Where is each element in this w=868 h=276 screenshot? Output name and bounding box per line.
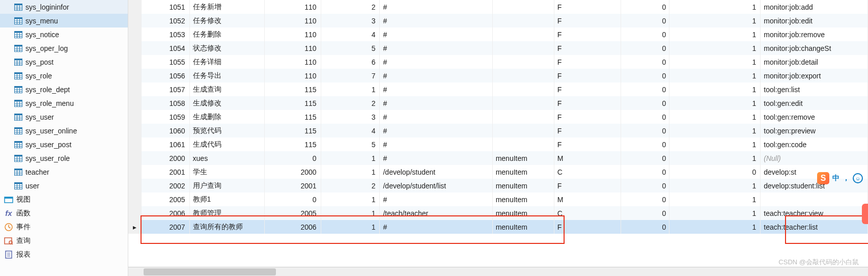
cell-visible[interactable]: 0 xyxy=(621,124,669,137)
table-row[interactable]: 1057生成查询1151#F01tool:gen:list xyxy=(128,82,868,96)
table-item-sys_menu[interactable]: sys_menu xyxy=(0,14,128,27)
cell-name[interactable]: 状态修改 xyxy=(189,41,264,55)
cell-target[interactable] xyxy=(492,96,554,110)
cell-url[interactable]: /develop/student/list xyxy=(380,179,492,192)
table-row[interactable]: 1059生成删除1153#F01tool:gen:remove xyxy=(128,110,868,124)
ime-lang-toggle[interactable]: 中 xyxy=(832,174,839,183)
cell-parent[interactable]: 110 xyxy=(265,27,321,41)
cell-perm[interactable]: teach:teacher:view xyxy=(761,206,868,220)
cell-refresh[interactable]: 1 xyxy=(669,220,761,234)
row-marker[interactable] xyxy=(128,137,141,151)
cell-id[interactable]: 1054 xyxy=(141,41,189,55)
cell-order[interactable]: 3 xyxy=(321,14,380,27)
cell-url[interactable]: # xyxy=(380,137,492,151)
cell-refresh[interactable]: 1 xyxy=(669,96,761,110)
table-row[interactable]: 2000xues01#menuItemM01(Null) xyxy=(128,151,868,165)
cell-id[interactable]: 1060 xyxy=(141,124,189,137)
cell-name[interactable]: 生成修改 xyxy=(189,96,264,110)
cell-order[interactable]: 2 xyxy=(321,96,380,110)
cell-refresh[interactable]: 1 xyxy=(669,110,761,124)
cell-order[interactable]: 2 xyxy=(321,179,380,192)
cell-perm[interactable]: monitor:job:detail xyxy=(761,55,868,69)
table-item-sys_user_post[interactable]: sys_user_post xyxy=(0,137,128,151)
cell-perm[interactable]: monitor:job:changeSt xyxy=(761,41,868,55)
table-row[interactable]: 1052任务修改1103#F01monitor:job:edit xyxy=(128,14,868,27)
cell-parent[interactable]: 110 xyxy=(265,14,321,27)
table-row[interactable]: ▸2007查询所有的教师20061#menuItemF01teach:teach… xyxy=(128,220,868,234)
category-events[interactable]: 事件 xyxy=(0,220,128,234)
cell-parent[interactable]: 110 xyxy=(265,55,321,69)
cell-url[interactable]: # xyxy=(380,151,492,165)
row-marker[interactable] xyxy=(128,179,141,192)
cell-order[interactable]: 4 xyxy=(321,124,380,137)
cell-type[interactable]: F xyxy=(554,69,621,82)
table-row[interactable]: 1056任务导出1107#F01monitor:job:export xyxy=(128,69,868,82)
cell-url[interactable]: # xyxy=(380,14,492,27)
cell-url[interactable]: # xyxy=(380,220,492,234)
table-item-sys_oper_log[interactable]: sys_oper_log xyxy=(0,41,128,55)
ime-toolbar[interactable]: S 中 ， ☺ xyxy=(817,172,863,184)
table-item-sys_role[interactable]: sys_role xyxy=(0,69,128,82)
cell-type[interactable]: M xyxy=(554,192,621,206)
cell-order[interactable]: 3 xyxy=(321,110,380,124)
cell-target[interactable]: menuItem xyxy=(492,151,554,165)
cell-parent[interactable]: 2005 xyxy=(265,206,321,220)
cell-type[interactable]: M xyxy=(554,151,621,165)
cell-refresh[interactable]: 1 xyxy=(669,179,761,192)
table-item-sys_logininfor[interactable]: sys_logininfor xyxy=(0,0,128,14)
cell-url[interactable]: # xyxy=(380,55,492,69)
cell-name[interactable]: 教师1 xyxy=(189,192,264,206)
cell-url[interactable]: /develop/student xyxy=(380,165,492,179)
row-marker[interactable] xyxy=(128,41,141,55)
row-marker[interactable] xyxy=(128,27,141,41)
cell-target[interactable]: menuItem xyxy=(492,165,554,179)
cell-target[interactable] xyxy=(492,14,554,27)
cell-visible[interactable]: 0 xyxy=(621,0,669,14)
cell-parent[interactable]: 2001 xyxy=(265,179,321,192)
cell-parent[interactable]: 115 xyxy=(265,124,321,137)
cell-order[interactable]: 1 xyxy=(321,165,380,179)
cell-type[interactable]: C xyxy=(554,206,621,220)
cell-order[interactable]: 5 xyxy=(321,137,380,151)
cell-perm[interactable]: tool:gen:code xyxy=(761,137,868,151)
table-row[interactable]: 1051任务新增1102#F01monitor:job:add xyxy=(128,0,868,14)
cell-visible[interactable]: 0 xyxy=(621,179,669,192)
row-marker[interactable] xyxy=(128,165,141,179)
cell-type[interactable]: F xyxy=(554,110,621,124)
cell-parent[interactable]: 115 xyxy=(265,82,321,96)
cell-order[interactable]: 1 xyxy=(321,220,380,234)
cell-parent[interactable]: 0 xyxy=(265,151,321,165)
cell-parent[interactable]: 115 xyxy=(265,110,321,124)
cell-type[interactable]: C xyxy=(554,165,621,179)
cell-perm[interactable]: monitor:job:edit xyxy=(761,14,868,27)
cell-url[interactable]: # xyxy=(380,110,492,124)
cell-order[interactable]: 2 xyxy=(321,0,380,14)
cell-target[interactable] xyxy=(492,124,554,137)
cell-url[interactable]: # xyxy=(380,27,492,41)
cell-name[interactable]: 用户查询 xyxy=(189,179,264,192)
cell-refresh[interactable]: 1 xyxy=(669,82,761,96)
cell-target[interactable] xyxy=(492,0,554,14)
cell-url[interactable]: # xyxy=(380,124,492,137)
cell-refresh[interactable]: 1 xyxy=(669,124,761,137)
cell-target[interactable] xyxy=(492,82,554,96)
cell-perm[interactable]: teach:teacher:list xyxy=(761,220,868,234)
cell-url[interactable]: # xyxy=(380,69,492,82)
cell-url[interactable]: # xyxy=(380,82,492,96)
row-marker[interactable] xyxy=(128,0,141,14)
row-marker[interactable] xyxy=(128,14,141,27)
table-row[interactable]: 2005教师101#menuItemM01 xyxy=(128,192,868,206)
row-marker[interactable] xyxy=(128,192,141,206)
cell-id[interactable]: 1058 xyxy=(141,96,189,110)
table-item-sys_notice[interactable]: sys_notice xyxy=(0,27,128,41)
cell-name[interactable]: 教师管理 xyxy=(189,206,264,220)
cell-parent[interactable]: 115 xyxy=(265,137,321,151)
cell-name[interactable]: 任务修改 xyxy=(189,14,264,27)
cell-visible[interactable]: 0 xyxy=(621,206,669,220)
cell-url[interactable]: # xyxy=(380,96,492,110)
cell-target[interactable] xyxy=(492,41,554,55)
cell-id[interactable]: 2000 xyxy=(141,151,189,165)
cell-target[interactable]: menuItem xyxy=(492,220,554,234)
cell-perm[interactable] xyxy=(761,192,868,206)
cell-id[interactable]: 2006 xyxy=(141,206,189,220)
